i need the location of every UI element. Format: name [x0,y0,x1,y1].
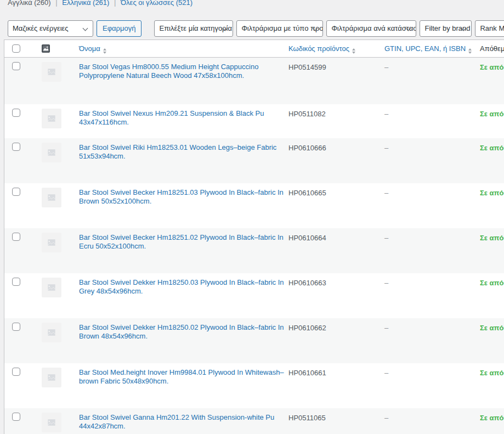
column-header-stock: Απόθεμα [480,44,504,53]
product-sku: HP0511065 [288,414,326,422]
product-sku: HP0610666 [288,144,326,152]
chevron-down-icon [83,26,88,31]
product-gtin: – [384,63,388,71]
table-header-row: Όνομα Κωδικός προϊόντος GTIN, UPC, EAN, … [4,40,504,58]
product-gtin: – [384,414,388,422]
bulk-actions-select[interactable]: Μαζικές ενέργειες [8,20,93,37]
product-sku: HP0610664 [288,234,326,242]
column-header-name[interactable]: Όνομα [79,44,100,53]
product-thumbnail-placeholder[interactable] [42,109,61,128]
products-list-page: Αγγλικά (260) | Ελληνικά (261) | Όλες οι… [0,0,504,434]
product-thumbnail-placeholder[interactable] [42,143,61,162]
product-gtin: – [384,234,388,242]
broken-image-icon [46,113,57,124]
rank-math-filter-label: Rank Math [480,24,504,32]
rank-math-filter-select[interactable]: Rank Math [475,20,504,37]
stock-status: Σε απόθεμα [480,279,504,287]
stock-status: Σε απόθεμα [480,414,504,422]
broken-image-icon [46,237,57,248]
product-sku: HP0511082 [288,110,326,118]
broken-image-icon [46,192,57,203]
image-column-icon [42,44,50,53]
column-header-gtin[interactable]: GTIN, UPC, EAN, ή ISBN [384,44,466,53]
sort-icon [103,48,106,54]
row-checkbox[interactable] [12,188,20,196]
row-checkbox[interactable] [12,278,20,286]
product-gtin: – [384,144,388,152]
products-table: Όνομα Κωδικός προϊόντος GTIN, UPC, EAN, … [4,40,504,434]
broken-image-icon [46,417,57,428]
product-sku: HP0610662 [288,324,326,332]
product-thumbnail-placeholder[interactable] [42,278,61,297]
product-type-filter-select[interactable]: Φιλτράρισμα με τύπο προϊό [236,20,323,37]
row-checkbox[interactable] [12,109,20,117]
separator: | [114,0,116,7]
product-gtin: – [384,369,388,377]
product-name-link[interactable]: Bar Stool Vegas Hm8000.55 Medium Height … [79,63,287,80]
language-filter-link-greek[interactable]: Ελληνικά (261) [62,0,109,7]
brand-filter-select[interactable]: Filter by brand [420,20,472,37]
stock-status-filter-select[interactable]: Φιλτράρισμα ανά κατάστασ [326,20,416,37]
stock-status: Σε απόθεμα [480,63,504,71]
language-filter: Αγγλικά (260) | Ελληνικά (261) | Όλες οι… [8,0,192,7]
product-name-link[interactable]: Bar Stool Med.height Inover Hm9984.01 Pl… [79,368,287,386]
table-row: Bar Stool Swivel Ganna Hm201.22 With Sus… [4,408,504,434]
broken-image-icon [46,372,57,383]
column-header-sku[interactable]: Κωδικός προϊόντος [288,44,349,53]
stock-status: Σε απόθεμα [480,189,504,197]
stock-status-filter-label: Φιλτράρισμα ανά κατάστασ [331,24,416,32]
row-checkbox[interactable] [12,233,20,241]
product-thumbnail-placeholder[interactable] [42,62,61,82]
sort-icon [468,48,472,54]
product-type-filter-label: Φιλτράρισμα με τύπο προϊό [241,24,323,32]
product-gtin: – [384,110,388,118]
product-thumbnail-placeholder[interactable] [42,188,61,207]
table-row: Bar Stool Med.height Inover Hm9984.01 Pl… [4,363,504,408]
sort-icon [352,48,355,54]
category-filter-label: Επιλέξτε μία κατηγορία [159,24,231,32]
row-checkbox[interactable] [12,413,20,421]
table-row: Bar Stool Swivel Dekker Hm18250.02 Plywo… [4,318,504,363]
stock-status: Σε απόθεμα [480,369,504,377]
product-name-link[interactable]: Bar Stool Swivel Becker Hm18251.02 Plywo… [79,233,287,251]
row-checkbox[interactable] [12,62,20,70]
broken-image-icon [46,147,57,158]
table-row: Bar Stool Swivel Becker Hm18251.02 Plywo… [4,228,504,273]
broken-image-icon [46,327,57,338]
product-name-link[interactable]: Bar Stool Swivel Ganna Hm201.22 With Sus… [79,413,287,431]
row-checkbox[interactable] [12,368,20,376]
row-checkbox[interactable] [12,143,20,151]
product-thumbnail-placeholder[interactable] [42,323,61,342]
table-row: Bar Stool Swivel Dekker Hm18250.03 Plywo… [4,273,504,318]
product-thumbnail-placeholder[interactable] [42,233,61,252]
product-gtin: – [384,324,388,332]
product-sku: HP0610663 [288,279,326,287]
product-name-link[interactable]: Bar Stool Swivel Riki Hm18253.01 Wooden … [79,143,287,161]
table-row: Bar Stool Vegas Hm8000.55 Medium Height … [4,58,504,104]
product-thumbnail-placeholder[interactable] [42,368,61,387]
apply-button[interactable]: Εφαρμογή [97,20,141,37]
stock-status: Σε απόθεμα [480,234,504,242]
stock-status: Σε απόθεμα [480,110,504,118]
language-filter-current: Αγγλικά (260) [8,0,51,7]
product-sku: HP0514599 [288,63,326,71]
table-row: Bar Stool Swivel Becker Hm18251.03 Plywo… [4,183,504,228]
table-row: Bar Stool Swivel Riki Hm18253.01 Wooden … [4,138,504,183]
product-name-link[interactable]: Bar Stool Swivel Becker Hm18251.03 Plywo… [79,188,287,206]
select-all-checkbox[interactable] [12,44,20,53]
broken-image-icon [46,66,57,77]
broken-image-icon [46,282,57,293]
product-name-link[interactable]: Bar Stool Swivel Dekker Hm18250.03 Plywo… [79,278,287,296]
table-body: Bar Stool Vegas Hm8000.55 Medium Height … [4,58,504,434]
row-checkbox[interactable] [12,323,20,331]
language-filter-link-all[interactable]: Όλες οι γλώσσες (521) [121,0,192,7]
product-gtin: – [384,189,388,197]
product-sku: HP0610665 [288,189,326,197]
list-toolbar: Μαζικές ενέργειες Εφαρμογή Επιλέξτε μία … [8,20,504,37]
product-thumbnail-placeholder[interactable] [42,413,61,432]
product-name-link[interactable]: Bar Stool Swivel Dekker Hm18250.02 Plywo… [79,323,287,341]
stock-status: Σε απόθεμα [480,324,504,332]
product-name-link[interactable]: Bar Stool Swivel Nexus Hm209.21 Suspensi… [79,109,287,127]
category-filter-select[interactable]: Επιλέξτε μία κατηγορία [154,20,233,37]
table-row: Bar Stool Swivel Nexus Hm209.21 Suspensi… [4,104,504,138]
